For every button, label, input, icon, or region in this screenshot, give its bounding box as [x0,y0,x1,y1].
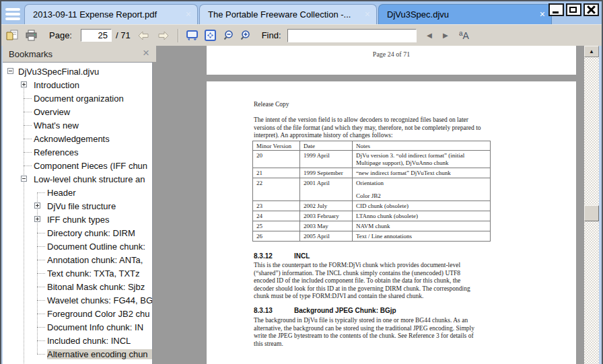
tab-close-icon[interactable]: × [186,5,191,24]
bookmark-item[interactable]: Introduction [3,78,152,92]
table-row: 24 2003 February LTAnno chunk (obsolete) [253,211,491,221]
bookmark-item[interactable]: Document organization [3,92,152,105]
release-copy-label: Release Copy [254,101,289,108]
table-row: 25 2003 May NAVM chunk [253,221,491,231]
tree-connector [24,139,32,139]
tree-connector [24,125,32,126]
section-paragraph: This is the counterpart to the FORM:DjVi… [254,262,470,301]
tree-collapse-icon[interactable] [7,68,13,74]
bookmark-item[interactable]: References [3,145,152,159]
fit-width-icon[interactable] [186,30,199,41]
tree-connector [24,98,32,99]
print-icon[interactable] [25,30,38,41]
open-file-icon[interactable] [6,30,19,41]
bookmarks-header: Bookmarks × [3,46,156,62]
bookmark-item[interactable]: What's new [3,118,152,132]
page-24-fragment: Page 24 of 71 [207,46,576,75]
table-row: 21 1999 September “new indirect format” … [253,168,491,178]
toolbar: Page: / 71 [1,24,602,46]
bookmark-item[interactable]: Acknowledgements [3,132,152,145]
tree-connector [37,273,45,274]
bookmark-item[interactable]: Overview [3,105,152,118]
tree-connector [37,287,45,287]
tab-portable-freeware[interactable]: The Portable Freeware Collection -... × [199,4,377,24]
tree-expand-icon[interactable] [34,203,40,209]
tab-label: DjVu3Spec.djvu [387,9,449,20]
bookmark-item[interactable]: IFF chunk types [3,213,152,226]
tree-connector [24,152,32,153]
bookmark-item[interactable]: Low-level chunk structure an [3,172,152,186]
maximize-button[interactable] [566,3,581,16]
find-next-icon[interactable]: ► [441,30,450,40]
bookmark-item[interactable]: DjVu in the [3,361,152,364]
vertical-scrollbar[interactable]: ▲ [584,46,599,364]
tab-bar: 2013-09-11 Expense Report.pdf × The Port… [24,4,552,24]
bookmark-item[interactable]: Wavelet chunks: FG44, BG [3,293,152,307]
table-row: 22 2001 April Orientation Color JB2 [253,178,491,201]
find-input[interactable] [287,29,417,42]
bookmark-item[interactable]: Annotation chunk: ANTa, [3,253,152,266]
close-button[interactable] [583,3,599,16]
toolbar-separator [178,29,179,42]
match-case-icon[interactable]: ªA [459,30,469,41]
bookmark-item[interactable]: Document Info chunk: IN [3,320,152,334]
tree-connector [37,340,45,341]
menu-hamburger-icon[interactable] [4,7,23,22]
sidebar-close-icon[interactable]: × [143,46,149,60]
tree-expand-icon[interactable] [21,81,27,87]
bookmark-item[interactable]: Bitonal Mask chunk: Sjbz [3,280,152,293]
bookmark-item[interactable]: DjVu file structure [3,199,152,213]
window-controls [548,3,599,16]
bookmark-item[interactable]: Component Pieces (IFF chun [3,159,152,172]
tab-expense-report[interactable]: 2013-09-11 Expense Report.pdf × [24,4,198,24]
find-label: Find: [262,30,281,40]
tree-connector [24,166,32,166]
tab-label: 2013-09-11 Expense Report.pdf [33,9,157,20]
bookmark-item[interactable]: Header [3,186,152,199]
window-inner-edge [599,46,602,364]
scroll-up-icon[interactable]: ▲ [584,46,599,57]
tree-collapse-icon[interactable] [21,176,27,182]
page-footer: Page 24 of 71 [207,50,576,58]
tree-connector [37,233,45,233]
page-total-label: / 71 [116,30,131,40]
fit-page-icon[interactable] [204,30,217,41]
minimize-button[interactable] [548,3,564,16]
intro-paragraph: The intent of the version field is to al… [254,116,481,140]
app-window: 2013-09-11 Expense Report.pdf × The Port… [0,0,603,364]
tab-close-icon[interactable]: × [540,5,545,24]
bookmark-item[interactable]: Directory chunk: DIRM [3,226,152,240]
tab-djvu3spec[interactable]: DjVu3Spec.djvu × [378,4,552,24]
tree-connector [24,112,32,112]
tab-close-icon[interactable]: × [365,5,370,24]
tree-connector [37,354,45,355]
table-row: 26 2005 April Text / Line annotations [253,231,491,242]
scrollbar-thumb[interactable] [584,205,599,221]
tree-connector [37,314,45,314]
zoom-in-icon[interactable] [240,30,253,42]
next-page-icon[interactable] [156,30,171,42]
tree-connector [37,192,45,193]
document-canvas[interactable]: Page 24 of 71 Release Copy The intent of… [156,46,584,364]
table-row: 23 2002 July CID chunk (obsolete) [253,201,491,211]
tab-label: The Portable Freeware Collection -... [208,9,351,20]
section-heading: 8.3.13Background JPEG Chunk: BGjp [254,307,396,314]
table-row: 20 1999 April DjVu version 3. “old indir… [253,151,491,168]
tree-connector [37,300,45,301]
zoom-out-icon[interactable] [223,30,236,42]
tree-expand-icon[interactable] [34,216,40,222]
table-header-row: Minor Version Date Notes [253,141,491,151]
bookmark-item[interactable]: Document Outline chunk: [3,240,152,253]
find-previous-icon[interactable]: ◄ [425,30,434,40]
previous-page-icon[interactable] [136,30,151,42]
bookmark-item[interactable]: Text chunk: TXTa, TXTz [3,266,152,280]
bookmark-item[interactable]: Foreground Color JB2 chu [3,307,152,320]
main-area: Bookmarks × DjVu3SpecFinal.djvu Introduc… [1,46,602,364]
bookmark-item-root[interactable]: DjVu3SpecFinal.djvu [3,65,152,78]
bookmarks-sidebar: Bookmarks × DjVu3SpecFinal.djvu Introduc… [3,46,156,364]
bookmark-item[interactable]: Included chunk: INCL [3,334,152,347]
section-heading: 8.3.12INCL [254,252,310,260]
bookmarks-tree: DjVu3SpecFinal.djvu Introduction Documen… [3,62,153,364]
bookmark-item-selected[interactable]: Alternative encoding chun [3,347,152,361]
page-number-input[interactable] [81,29,112,42]
